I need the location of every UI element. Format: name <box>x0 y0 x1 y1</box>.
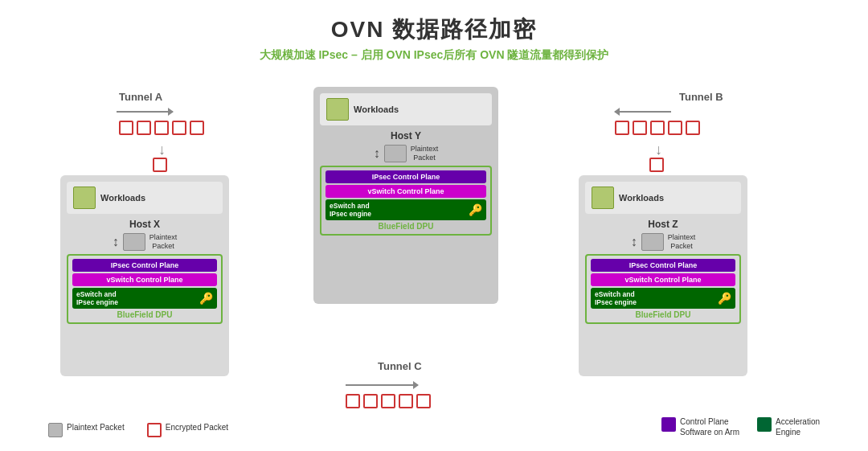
host-y-packet-box <box>384 145 407 162</box>
enc-pkt-b1 <box>615 121 629 135</box>
host-y-ipsec-bar: IPsec Control Plane <box>326 170 486 183</box>
host-x-bluefield-label: BlueField DPU <box>72 310 217 319</box>
tunnel-c-label: Tunnel C <box>378 360 422 372</box>
enc-pkt-1 <box>119 121 133 135</box>
tunnel-b-arrow <box>615 111 671 113</box>
host-y-updown-arrow: ↕ <box>374 147 380 160</box>
host-z-ipsec-bar: IPsec Control Plane <box>591 259 735 272</box>
host-x-workload-row: Workloads <box>73 187 216 209</box>
host-z-plaintext-area: ↕ PlaintextPacket <box>585 233 741 251</box>
host-y-workloads-label: Workloads <box>354 105 399 114</box>
host-z-vswitch-bar: vSwitch Control Plane <box>591 273 735 286</box>
legend-acceleration: AccelerationEngine <box>757 416 820 437</box>
host-y-eswitch-label: eSwitch andIPsec engine <box>330 202 371 218</box>
host-y-workload-row: Workloads <box>326 98 485 121</box>
enc-pkt-2 <box>137 121 151 135</box>
host-y-vswitch-bar: vSwitch Control Plane <box>326 185 486 198</box>
host-y-bluefield-box: IPsec Control Plane vSwitch Control Plan… <box>320 166 492 236</box>
enc-pkt-c3 <box>381 394 395 408</box>
host-z-plaintext-label: PlaintextPacket <box>668 233 696 251</box>
encrypted-swatch <box>147 423 162 437</box>
tunnel-b-label: Tunnel B <box>679 91 723 103</box>
host-x-inner: Workloads <box>67 182 223 214</box>
enc-pkt-4 <box>172 121 186 135</box>
host-z-workloads-label: Workloads <box>619 193 664 203</box>
host-y-plaintext-area: ↕ PlaintextPacket <box>320 145 492 162</box>
host-x-key-icon: 🔑 <box>199 292 213 305</box>
host-x-label: Host X <box>67 219 223 230</box>
host-z-bluefield-label: BlueField DPU <box>591 310 735 319</box>
host-y-inner: Workloads <box>320 93 492 125</box>
diagram-area: Tunnel A ↓ Tunnel B ↓ Tunnel C <box>0 71 868 449</box>
legend-encrypted: Encrypted Packet <box>147 422 228 437</box>
enc-pkt-c2 <box>363 394 378 408</box>
enc-pkt-b2 <box>633 121 647 135</box>
host-y-label: Host Y <box>320 130 492 141</box>
tunnel-b-lone-packet <box>649 158 664 172</box>
enc-pkt-c1 <box>346 394 360 408</box>
host-y-bluefield-label: BlueField DPU <box>326 222 486 231</box>
host-x-packet-box <box>123 233 145 251</box>
host-x-plaintext-area: ↕ PlaintextPacket <box>67 233 223 251</box>
encrypted-legend-label: Encrypted Packet <box>166 422 228 433</box>
control-plane-legend-label: Control PlaneSoftware on Arm <box>680 416 739 437</box>
host-x-workload-square <box>73 187 96 209</box>
legend-right: Control PlaneSoftware on Arm Acceleratio… <box>661 416 820 437</box>
tunnel-b-line <box>615 111 671 113</box>
host-z-eswitch-label: eSwitch andIPsec engine <box>595 290 637 306</box>
tunnel-c-packets <box>346 394 431 408</box>
tunnel-a-arrow <box>117 111 173 113</box>
acceleration-swatch <box>757 417 772 432</box>
plaintext-legend-label: Plaintext Packet <box>67 422 125 433</box>
host-z-workload-square <box>592 187 614 209</box>
host-x-box: Workloads Host X ↕ PlaintextPacket IPsec… <box>60 175 229 376</box>
tunnel-a-packets <box>119 121 204 135</box>
enc-pkt-5 <box>190 121 204 135</box>
host-x-vswitch-bar: vSwitch Control Plane <box>72 273 217 286</box>
plaintext-swatch <box>48 423 63 437</box>
host-y-box: Workloads Host Y ↕ PlaintextPacket IPsec… <box>313 87 498 304</box>
host-z-label: Host Z <box>585 219 741 230</box>
tunnel-a-down-arrow: ↓ <box>158 141 166 158</box>
control-plane-swatch <box>661 417 676 432</box>
host-x-ipsec-bar: IPsec Control Plane <box>72 259 217 272</box>
host-z-workload-row: Workloads <box>592 187 735 209</box>
tunnel-b-packets <box>615 121 700 135</box>
tunnel-c-arrow <box>346 384 418 386</box>
host-x-workloads-label: Workloads <box>100 193 145 203</box>
legend-plaintext: Plaintext Packet <box>48 422 125 437</box>
host-z-box: Workloads Host Z ↕ PlaintextPacket IPsec… <box>579 175 747 376</box>
tunnel-a-line <box>117 111 173 113</box>
host-z-packet-box <box>641 233 664 251</box>
host-z-inner: Workloads <box>585 182 741 214</box>
host-y-workload-square <box>326 98 349 121</box>
enc-pkt-c5 <box>416 394 431 408</box>
host-z-bluefield-box: IPsec Control Plane vSwitch Control Plan… <box>585 254 741 324</box>
page-title: OVN 数据路径加密 <box>0 0 868 45</box>
tunnel-a-label: Tunnel A <box>119 91 162 103</box>
enc-pkt-b4 <box>668 121 682 135</box>
enc-pkt-3 <box>154 121 169 135</box>
enc-pkt-c4 <box>399 394 413 408</box>
host-x-bluefield-box: IPsec Control Plane vSwitch Control Plan… <box>67 254 223 324</box>
enc-pkt-b5 <box>686 121 700 135</box>
host-z-key-icon: 🔑 <box>718 292 731 305</box>
host-x-eswitch-row: eSwitch andIPsec engine 🔑 <box>72 288 217 309</box>
tunnel-b-down-arrow: ↓ <box>655 141 662 158</box>
tunnel-a-lone-packet <box>153 158 167 172</box>
tunnel-c-line <box>346 384 418 386</box>
legend-control-plane: Control PlaneSoftware on Arm <box>661 416 739 437</box>
host-z-eswitch-row: eSwitch andIPsec engine 🔑 <box>591 288 735 309</box>
host-y-eswitch-row: eSwitch andIPsec engine 🔑 <box>326 199 486 220</box>
host-x-updown-arrow: ↕ <box>113 236 119 248</box>
enc-pkt-b3 <box>650 121 665 135</box>
host-x-eswitch-label: eSwitch andIPsec engine <box>76 290 118 306</box>
page-subtitle: 大规模加速 IPsec – 启用 OVN IPsec后所有 OVN 隧道流量都得… <box>0 48 868 63</box>
host-y-plaintext-label: PlaintextPacket <box>411 145 439 162</box>
host-x-plaintext-label: PlaintextPacket <box>149 233 178 251</box>
host-y-key-icon: 🔑 <box>469 203 482 216</box>
acceleration-legend-label: AccelerationEngine <box>776 416 820 437</box>
legend-left: Plaintext Packet Encrypted Packet <box>48 422 228 437</box>
host-z-updown-arrow: ↕ <box>631 236 637 248</box>
